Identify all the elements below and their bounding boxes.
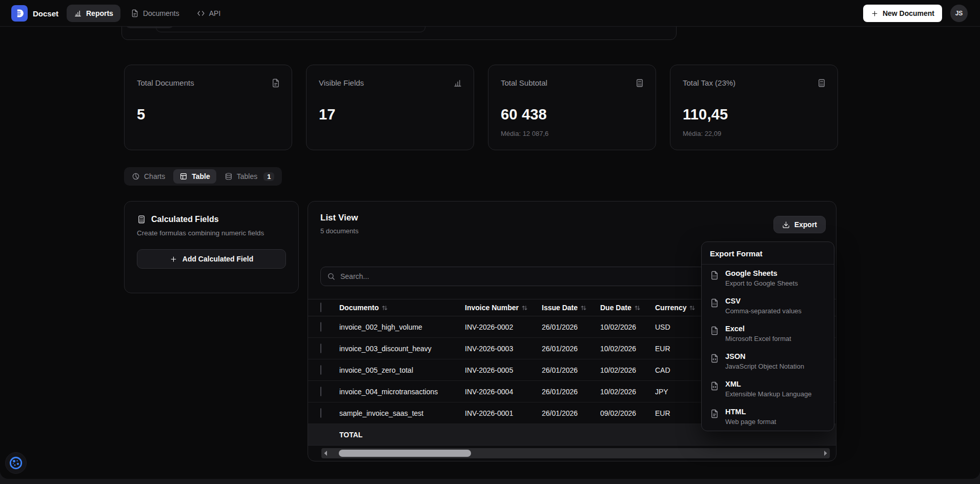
view-switcher: Charts Table Tables 1: [124, 167, 282, 186]
export-option-description: Export to Google Sheets: [725, 279, 798, 288]
stat-label: Total Documents: [137, 78, 194, 87]
export-option-description: JavaScript Object Notation: [725, 362, 804, 371]
stat-label: Total Tax (23%): [683, 78, 736, 87]
file-spreadsheet-icon: [710, 271, 719, 280]
export-option-json[interactable]: JSON JavaScript Object Notation: [702, 348, 834, 375]
export-option-label: JSON: [725, 352, 804, 361]
sort-icon[interactable]: [635, 305, 640, 311]
cell-issue-date: 26/01/2026: [542, 409, 600, 417]
column-header[interactable]: Invoice Number: [465, 304, 519, 312]
sort-icon[interactable]: [382, 305, 387, 311]
nav-tab-documents[interactable]: Documents: [124, 5, 187, 22]
tab-charts[interactable]: Charts: [126, 169, 171, 184]
stat-card-total-tax: Total Tax (23%) 110,45 Média: 22,09: [670, 65, 838, 150]
horizontal-scrollbar[interactable]: [321, 448, 830, 458]
tab-table[interactable]: Table: [173, 169, 216, 184]
export-option-label: Excel: [725, 324, 791, 334]
download-icon: [782, 221, 790, 229]
file-icon: [271, 78, 280, 88]
scroll-left-arrow-icon[interactable]: [321, 448, 330, 458]
code-icon: [197, 9, 205, 17]
export-option-label: XML: [725, 379, 811, 389]
scroll-right-arrow-icon[interactable]: [822, 448, 830, 458]
stat-value: 17: [319, 106, 462, 123]
cell-document: invoice_002_high_volume: [339, 323, 465, 331]
cell-document: invoice_005_zero_total: [339, 366, 465, 374]
nav-tab-label: Documents: [143, 9, 179, 17]
stat-card-total-documents: Total Documents 5: [124, 65, 292, 150]
calculator-icon: [817, 78, 826, 88]
export-option-label: HTML: [725, 407, 776, 417]
stat-subtext: Média: 12 087,6: [501, 130, 644, 137]
row-checkbox[interactable]: [320, 344, 321, 353]
new-document-button[interactable]: New Document: [863, 5, 942, 22]
cell-issue-date: 26/01/2026: [542, 388, 600, 396]
cell-invoice-number: INV-2026-0005: [465, 366, 542, 374]
export-option-description: Web page format: [725, 417, 776, 426]
bar-chart-icon: [453, 78, 462, 88]
stat-value: 110,45: [683, 106, 826, 123]
cell-issue-date: 26/01/2026: [542, 366, 600, 374]
cookie-widget-button[interactable]: [5, 452, 27, 474]
add-calculated-field-button[interactable]: Add Calculated Field: [137, 249, 286, 269]
file-code-icon: [710, 354, 719, 363]
cell-issue-date: 26/01/2026: [542, 345, 600, 353]
bar-chart-icon: [74, 9, 82, 17]
stat-card-visible-fields: Visible Fields 17: [306, 65, 474, 150]
export-option-excel[interactable]: Excel Microsoft Excel format: [702, 320, 834, 348]
cell-due-date: 10/02/2026: [600, 388, 655, 396]
docset-logo-icon[interactable]: [11, 5, 28, 22]
export-option-html[interactable]: HTML Web page format: [702, 403, 834, 431]
export-button[interactable]: Export: [773, 216, 826, 233]
select-all-checkbox[interactable]: [320, 302, 321, 312]
export-button-label: Export: [794, 220, 817, 229]
row-checkbox[interactable]: [320, 387, 321, 396]
export-option-description: Extensible Markup Language: [725, 390, 811, 398]
scrollbar-thumb[interactable]: [339, 450, 471, 457]
tab-label: Charts: [144, 172, 165, 180]
calculated-fields-panel: Calculated Fields Create formulas combin…: [124, 201, 299, 293]
sort-icon[interactable]: [581, 305, 586, 311]
cell-invoice-number: INV-2026-0002: [465, 323, 542, 331]
pie-chart-icon: [132, 172, 140, 180]
calculated-fields-title: Calculated Fields: [151, 215, 219, 224]
column-header[interactable]: Due Date: [600, 304, 631, 312]
nav-tab-reports[interactable]: Reports: [67, 5, 120, 22]
user-avatar[interactable]: JS: [950, 5, 968, 22]
cell-due-date: 09/02/2026: [600, 409, 655, 417]
export-option-google-sheets[interactable]: Google Sheets Export to Google Sheets: [702, 265, 834, 292]
stat-label: Visible Fields: [319, 78, 364, 87]
calculated-fields-description: Create formulas combining numeric fields: [137, 229, 286, 237]
export-option-description: Comma-separated values: [725, 307, 802, 315]
column-header[interactable]: Issue Date: [542, 304, 578, 312]
column-header[interactable]: Documento: [339, 304, 379, 312]
sort-icon[interactable]: [522, 305, 527, 311]
cell-issue-date: 26/01/2026: [542, 323, 600, 331]
total-label: TOTAL: [339, 431, 465, 439]
file-spreadsheet-icon: [710, 326, 719, 335]
plus-icon: [871, 10, 879, 17]
row-checkbox[interactable]: [320, 365, 321, 375]
database-icon: [224, 172, 233, 180]
calculator-icon: [635, 78, 644, 88]
sort-icon[interactable]: [689, 305, 695, 311]
tab-tables[interactable]: Tables 1: [218, 169, 281, 184]
new-document-label: New Document: [883, 9, 934, 17]
list-view-title: List View: [320, 213, 358, 223]
file-spreadsheet-icon: [710, 298, 719, 308]
export-option-csv[interactable]: CSV Comma-separated values: [702, 292, 834, 320]
file-icon: [131, 9, 139, 17]
column-header[interactable]: Currency: [655, 304, 686, 312]
export-option-xml[interactable]: XML Extensible Markup Language: [702, 375, 834, 403]
add-calculated-field-label: Add Calculated Field: [182, 255, 253, 263]
export-option-label: CSV: [725, 296, 802, 306]
row-checkbox[interactable]: [320, 408, 321, 418]
calculator-icon: [137, 215, 146, 224]
cell-due-date: 10/02/2026: [600, 366, 655, 374]
row-checkbox[interactable]: [320, 322, 321, 332]
main-nav: Reports Documents API: [67, 0, 228, 27]
nav-tab-api[interactable]: API: [190, 5, 228, 22]
tab-label: Tables: [237, 172, 257, 180]
export-option-label: Google Sheets: [725, 269, 798, 278]
app-root: Docset Reports Documents API: [0, 0, 980, 479]
